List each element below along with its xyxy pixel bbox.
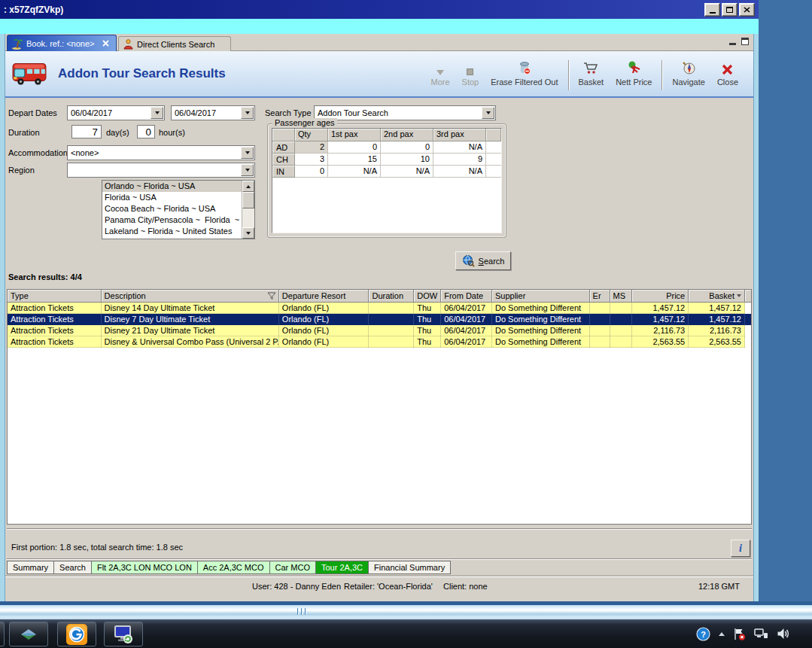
window-close-button[interactable] — [739, 3, 755, 17]
dropdown-arrow-icon[interactable] — [151, 107, 163, 119]
passenger-row-infants[interactable]: IN 0 N/A N/A N/A — [272, 166, 501, 178]
accommodation-combo[interactable]: <none> — [67, 145, 255, 160]
table-row[interactable]: Attraction Tickets Disney & Universal Co… — [8, 336, 751, 348]
col-from-date[interactable]: From Date — [441, 290, 492, 303]
tab-car[interactable]: Car MCO — [270, 561, 316, 574]
col-basket[interactable]: Basket — [689, 290, 745, 303]
col-type[interactable]: Type — [8, 290, 102, 303]
tab-direct-clients-search[interactable]: Direct Clients Search — [118, 36, 231, 51]
person-icon — [123, 39, 133, 50]
tab-booking-ref[interactable]: Book. ref.: <none> — [7, 35, 117, 51]
list-item[interactable]: Florida ~ USA — [102, 192, 242, 203]
window-maximize-button[interactable] — [722, 3, 737, 17]
scrollbar-down-icon[interactable] — [242, 227, 254, 239]
pax-cell[interactable]: 0 — [381, 141, 433, 154]
nett-price-label: Nett Price — [616, 78, 652, 87]
mdi-minimize-icon[interactable] — [729, 43, 736, 45]
qty-cell[interactable]: 0 — [295, 166, 328, 178]
pax-cell[interactable]: N/A — [433, 166, 486, 178]
dropdown-arrow-icon[interactable] — [241, 164, 254, 176]
col-duration[interactable]: Duration — [369, 290, 414, 303]
tab-accommodation[interactable]: Acc 2A,3C MCO — [198, 561, 270, 574]
passenger-row-children[interactable]: CH 3 15 10 9 — [272, 154, 501, 166]
basket-button[interactable]: Basket — [573, 57, 610, 91]
search-button[interactable]: Search — [455, 251, 511, 270]
accommodation-value: <none> — [71, 148, 239, 157]
tab-close-icon[interactable] — [102, 40, 109, 47]
svg-text:?: ? — [701, 629, 706, 638]
action-center-flag-icon[interactable] — [733, 628, 746, 640]
close-button[interactable]: Close — [711, 57, 744, 91]
dropdown-arrow-icon[interactable] — [241, 147, 254, 159]
pax-cell[interactable]: N/A — [433, 141, 486, 154]
col-filler — [745, 290, 751, 303]
volume-icon[interactable] — [777, 628, 791, 640]
erase-filtered-out-button[interactable]: Erase Filtered Out — [485, 57, 564, 91]
table-row-selected[interactable]: Attraction Tickets Disney 7 Day Ultimate… — [8, 314, 751, 325]
window-titlebar[interactable]: : x57ZqfZVkp) — [0, 0, 759, 19]
col-departure-resort[interactable]: Departure Resort — [279, 290, 370, 303]
passenger-row-adults[interactable]: AD 2 0 0 N/A — [272, 141, 501, 154]
results-table: Type Description Departure Resort Durati… — [7, 289, 752, 525]
search-type-combo[interactable]: Addon Tour Search — [314, 105, 496, 120]
pax-cell[interactable]: N/A — [328, 166, 381, 178]
tab-financial-summary[interactable]: Financial Summary — [369, 561, 451, 574]
col-ms[interactable]: MS — [610, 290, 633, 303]
table-row[interactable]: Attraction Tickets Disney 21 Day Ultimat… — [8, 325, 751, 336]
status-clock: 12:18 GMT — [698, 582, 740, 591]
tab-search[interactable]: Search — [54, 561, 92, 574]
tab-tour-selected[interactable]: Tour 2A,3C — [316, 561, 369, 574]
help-icon[interactable]: ? — [696, 627, 710, 641]
region-combo[interactable] — [67, 163, 255, 178]
qty-cell[interactable]: 3 — [295, 154, 328, 166]
list-item[interactable]: Lakeland ~ Florida ~ United States — [102, 226, 242, 237]
scrollbar-thumb[interactable] — [242, 192, 254, 208]
duration-days-unit: day(s) — [106, 128, 129, 137]
list-item[interactable]: Orlando ~ Florida ~ USA — [102, 181, 242, 192]
depart-date-to-combo[interactable]: 06/04/2017 — [171, 105, 255, 120]
col-price[interactable]: Price — [632, 290, 689, 303]
pax-cell[interactable]: N/A — [381, 166, 433, 178]
system-tray: ? — [696, 619, 791, 648]
col-er[interactable]: Er — [590, 290, 610, 303]
scrollbar-up-icon[interactable] — [242, 181, 254, 192]
dropdown-arrow-icon[interactable] — [482, 107, 494, 119]
tray-expand-icon[interactable] — [719, 632, 725, 636]
header-toolbar: More Stop Erase Filtered — [425, 57, 753, 91]
docked-toolbar-strip[interactable] — [0, 601, 812, 619]
table-row[interactable]: Attraction Tickets Disney 14 Day Ultimat… — [8, 303, 751, 314]
minimize-icon — [710, 12, 716, 14]
qty-cell[interactable]: 2 — [295, 141, 328, 154]
filter-icon[interactable] — [267, 292, 276, 300]
tab-summary[interactable]: Summary — [7, 561, 54, 574]
window-body: Book. ref.: <none> Direct Clients Search — [5, 34, 753, 601]
navigate-label: Navigate — [672, 78, 704, 87]
list-item[interactable]: Cocoa Beach ~ Florida ~ USA — [102, 203, 242, 214]
taskbar-app-button[interactable] — [104, 622, 143, 646]
dropdown-arrow-icon[interactable] — [241, 107, 254, 119]
grip-icon[interactable] — [297, 608, 306, 615]
duration-days-input[interactable] — [71, 125, 102, 138]
taskbar-app-button[interactable] — [57, 622, 96, 646]
nett-price-button[interactable]: Nett Price — [610, 57, 658, 91]
list-item[interactable]: Panama City/Pensacola ~ Florida ~ USA — [102, 214, 242, 226]
taskbar-app-button[interactable] — [9, 622, 48, 646]
depart-date-from-combo[interactable]: 06/04/2017 — [67, 105, 165, 120]
info-button[interactable]: i — [731, 540, 750, 557]
window-minimize-button[interactable] — [704, 3, 720, 17]
navigate-button[interactable]: Navigate — [666, 57, 710, 91]
col-description[interactable]: Description — [102, 290, 279, 303]
pax-cell[interactable]: 9 — [433, 154, 486, 166]
region-list-scrollbar[interactable] — [242, 181, 254, 239]
duration-hours-input[interactable] — [137, 125, 155, 138]
col-supplier[interactable]: Supplier — [492, 290, 590, 303]
tab-flight[interactable]: Flt 2A,3C LON MCO LON — [92, 561, 198, 574]
col-dow[interactable]: DOW — [414, 290, 441, 303]
search-button-label: Search — [479, 257, 505, 266]
pax-cell[interactable]: 10 — [381, 154, 433, 166]
taskbar-partial-button[interactable] — [0, 622, 5, 646]
mdi-restore-icon[interactable] — [741, 38, 749, 45]
pax-cell[interactable]: 15 — [328, 154, 381, 166]
network-icon[interactable] — [754, 628, 768, 640]
pax-cell[interactable]: 0 — [328, 141, 381, 154]
